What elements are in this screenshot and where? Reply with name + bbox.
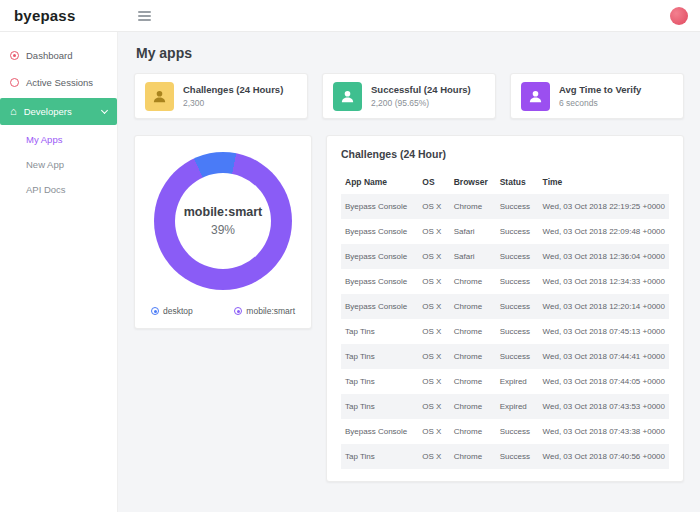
cell-time: Wed, 03 Oct 2018 12:36:04 +0000 [539, 244, 669, 269]
menu-icon[interactable] [138, 11, 151, 21]
cell-app: Tap Tins [341, 319, 418, 344]
stat-title: Successful (24 Hours) [371, 84, 471, 95]
chevron-down-icon [101, 107, 108, 114]
cell-status: Success [496, 294, 539, 319]
cell-status: Expired [496, 394, 539, 419]
cell-browser: Chrome [450, 394, 496, 419]
cell-browser: Chrome [450, 444, 496, 469]
target-icon [10, 51, 19, 60]
sidebar-item-developers[interactable]: ⌂ Developers [0, 98, 117, 125]
cell-time: Wed, 03 Oct 2018 12:34:33 +0000 [539, 269, 669, 294]
cell-time: Wed, 03 Oct 2018 07:40:56 +0000 [539, 444, 669, 469]
cell-app: Tap Tins [341, 394, 418, 419]
cell-status: Success [496, 344, 539, 369]
legend-item-desktop[interactable]: desktop [151, 306, 193, 316]
table-row: Byepass ConsoleOS XChromeSuccessWed, 03 … [341, 294, 669, 319]
stat-value: 6 seconds [559, 98, 641, 108]
sidebar-subitem-new-app[interactable]: New App [0, 152, 117, 177]
main-content: My apps Challenges (24 Hours) 2,300 Succ… [118, 32, 700, 512]
cell-app: Byepass Console [341, 219, 418, 244]
table-row: Tap TinsOS XChromeExpiredWed, 03 Oct 201… [341, 394, 669, 419]
user-clock-icon [521, 82, 550, 111]
cell-status: Success [496, 219, 539, 244]
cell-app: Tap Tins [341, 344, 418, 369]
legend-item-mobile[interactable]: mobile:smart [234, 306, 295, 316]
challenges-table-body: Byepass ConsoleOS XChromeSuccessWed, 03 … [341, 194, 669, 469]
cell-app: Byepass Console [341, 419, 418, 444]
cell-status: Success [496, 194, 539, 219]
stat-card-successful: Successful (24 Hours) 2,200 (95.65%) [322, 73, 496, 119]
chart-legend: desktop mobile:smart [149, 306, 297, 316]
sidebar-subitem-api-docs[interactable]: API Docs [0, 177, 117, 202]
cell-os: OS X [418, 444, 449, 469]
cell-os: OS X [418, 294, 449, 319]
cell-status: Success [496, 444, 539, 469]
table-header-row: App NameOSBrowserStatusTime [341, 170, 669, 194]
sidebar-item-dashboard[interactable]: Dashboard [0, 42, 117, 69]
table-title: Challenges (24 Hour) [341, 148, 669, 160]
sidebar-item-label: Active Sessions [26, 77, 93, 88]
cell-os: OS X [418, 369, 449, 394]
cell-time: Wed, 03 Oct 2018 07:44:41 +0000 [539, 344, 669, 369]
table-row: Tap TinsOS XChromeSuccessWed, 03 Oct 201… [341, 344, 669, 369]
sidebar: Dashboard Active Sessions ⌂ Developers M… [0, 32, 118, 512]
sidebar-item-label: Developers [24, 106, 72, 117]
table-row: Byepass ConsoleOS XSafariSuccessWed, 03 … [341, 244, 669, 269]
column-header: Browser [450, 170, 496, 194]
sidebar-subitem-my-apps[interactable]: My Apps [0, 127, 117, 152]
cell-browser: Chrome [450, 419, 496, 444]
cell-app: Tap Tins [341, 369, 418, 394]
table-row: Byepass ConsoleOS XChromeSuccessWed, 03 … [341, 269, 669, 294]
sidebar-item-active-sessions[interactable]: Active Sessions [0, 69, 117, 96]
page-title: My apps [118, 32, 700, 71]
stat-title: Challenges (24 Hours) [183, 84, 283, 95]
device-chart-card: mobile:smart 39% desktop mobile:smart [134, 135, 312, 329]
legend-marker [234, 307, 242, 315]
cell-browser: Chrome [450, 194, 496, 219]
cell-time: Wed, 03 Oct 2018 07:43:53 +0000 [539, 394, 669, 419]
ring-icon [10, 78, 19, 87]
stat-card-challenges: Challenges (24 Hours) 2,300 [134, 73, 308, 119]
cell-app: Byepass Console [341, 244, 418, 269]
cell-browser: Safari [450, 244, 496, 269]
cell-app: Byepass Console [341, 194, 418, 219]
cell-status: Success [496, 319, 539, 344]
legend-marker [151, 307, 159, 315]
table-row: Byepass ConsoleOS XChromeSuccessWed, 03 … [341, 419, 669, 444]
topbar: byepass [0, 0, 700, 32]
table-row: Byepass ConsoleOS XChromeSuccessWed, 03 … [341, 194, 669, 219]
challenges-table-card: Challenges (24 Hour) App NameOSBrowserSt… [326, 135, 684, 482]
cell-time: Wed, 03 Oct 2018 07:45:13 +0000 [539, 319, 669, 344]
table-row: Byepass ConsoleOS XSafariSuccessWed, 03 … [341, 219, 669, 244]
table-row: Tap TinsOS XChromeSuccessWed, 03 Oct 201… [341, 444, 669, 469]
cell-os: OS X [418, 244, 449, 269]
cell-os: OS X [418, 419, 449, 444]
avatar[interactable] [670, 7, 688, 25]
cell-status: Success [496, 244, 539, 269]
column-header: App Name [341, 170, 418, 194]
cell-time: Wed, 03 Oct 2018 22:09:48 +0000 [539, 219, 669, 244]
cell-browser: Safari [450, 219, 496, 244]
cell-status: Success [496, 269, 539, 294]
cell-time: Wed, 03 Oct 2018 07:44:05 +0000 [539, 369, 669, 394]
cell-app: Byepass Console [341, 294, 418, 319]
stat-value: 2,300 [183, 98, 283, 108]
sidebar-item-label: Dashboard [26, 50, 72, 61]
table-row: Tap TinsOS XChromeExpiredWed, 03 Oct 201… [341, 369, 669, 394]
cell-time: Wed, 03 Oct 2018 12:20:14 +0000 [539, 294, 669, 319]
user-icon [145, 82, 174, 111]
cell-browser: Chrome [450, 269, 496, 294]
cell-os: OS X [418, 269, 449, 294]
table-row: Tap TinsOS XChromeSuccessWed, 03 Oct 201… [341, 319, 669, 344]
cell-os: OS X [418, 394, 449, 419]
cell-time: Wed, 03 Oct 2018 07:43:38 +0000 [539, 419, 669, 444]
cell-browser: Chrome [450, 294, 496, 319]
cell-browser: Chrome [450, 344, 496, 369]
donut-center-label: mobile:smart 39% [154, 152, 292, 290]
stats-row: Challenges (24 Hours) 2,300 Successful (… [118, 71, 700, 119]
donut-chart[interactable]: mobile:smart 39% [154, 152, 292, 290]
cell-status: Expired [496, 369, 539, 394]
home-icon: ⌂ [10, 107, 17, 116]
app-logo: byepass [0, 7, 118, 24]
column-header: OS [418, 170, 449, 194]
